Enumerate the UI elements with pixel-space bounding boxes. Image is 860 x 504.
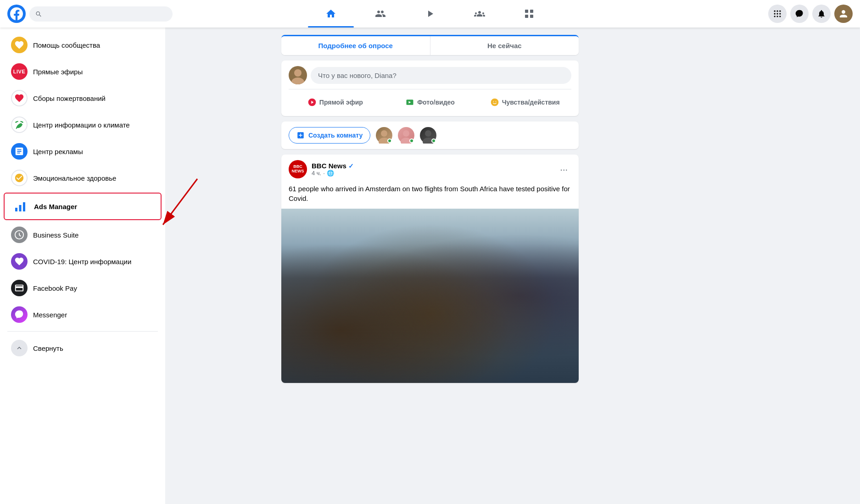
create-room-label: Создать комнату [308,132,363,139]
community-help-icon [11,37,28,53]
ad-center-icon [11,143,28,160]
watch-icon [424,8,436,19]
whats-on-mind-button[interactable]: Что у вас нового, Diana? [311,67,571,84]
nav-menu-button[interactable] [506,3,552,25]
sidebar-label-facebook-pay: Facebook Pay [33,284,77,292]
sidebar-item-climate[interactable]: Центр информации о климате [4,112,162,138]
sidebar-item-covid[interactable]: COVID-19: Центр информации [4,249,162,274]
search-input[interactable]: Поиск на Facebook [45,10,167,18]
live-video-button[interactable]: Прямой эфир [289,94,382,111]
menu-grid-icon [524,8,535,19]
sidebar-item-ads-manager[interactable]: Ads Manager [4,193,162,220]
sidebar-label-business-suite: Business Suite [33,231,78,239]
covid-icon [11,253,28,270]
sidebar-item-community-help[interactable]: Помощь сообщества [4,32,162,58]
user-avatar-icon [838,8,849,19]
svg-rect-2 [525,15,528,18]
svg-rect-1 [530,10,533,13]
account-circle-button[interactable] [834,5,853,23]
topnav-left: Поиск на Facebook [7,5,173,23]
sidebar-item-facebook-pay[interactable]: Facebook Pay [4,275,162,301]
svg-point-25 [381,130,387,137]
svg-point-27 [403,130,409,137]
main-layout: Помощь сообщества LIVE Прямые эфиры Сбор… [0,28,860,504]
nav-friends-button[interactable] [357,3,403,25]
svg-point-5 [776,11,778,12]
collapse-icon [11,340,28,356]
svg-point-11 [776,16,778,17]
svg-point-4 [774,11,776,12]
verified-badge: ✓ [348,162,354,170]
post-more-button[interactable]: ··· [556,162,571,177]
live-video-label: Прямой эфир [319,99,363,106]
svg-point-10 [774,16,776,17]
search-bar[interactable]: Поиск на Facebook [29,6,173,22]
sidebar-item-ad-center[interactable]: Центр рекламы [4,138,162,164]
right-panel [695,28,860,504]
svg-rect-3 [530,15,533,18]
sidebar-item-live[interactable]: LIVE Прямые эфиры [4,59,162,84]
nav-watch-button[interactable] [407,3,453,25]
emotional-icon [11,170,28,186]
svg-point-7 [774,13,776,14]
svg-point-9 [779,13,781,14]
svg-point-8 [776,13,778,14]
post-text: 61 people who arrived in Amsterdam on tw… [281,182,579,209]
post-composer: Что у вас нового, Diana? Прямой эфир Фот… [281,61,579,116]
notifications-circle-button[interactable] [812,5,831,23]
post-header: BBCNEWS BBC News ✓ 4 ч. · 🌐 ··· [281,155,579,182]
svg-point-24 [495,101,496,102]
svg-point-29 [425,130,431,137]
sidebar-label-fundraisers: Сборы пожертвований [33,94,106,102]
sidebar-label-live: Прямые эфиры [33,68,83,76]
sidebar-collapse-button[interactable]: Свернуть [4,335,162,361]
facebook-logo[interactable] [7,5,26,23]
composer-actions: Прямой эфир Фото/видео Чувства/действия [289,89,571,111]
sidebar-item-business-suite[interactable]: Business Suite [4,222,162,248]
menu-circle-button[interactable] [768,5,787,23]
svg-point-17 [294,69,302,77]
post-time: 4 ч. [312,170,321,177]
room-avatar-3[interactable] [420,127,436,144]
left-sidebar: Помощь сообщества LIVE Прямые эфиры Сбор… [0,28,165,504]
nav-home-button[interactable] [308,3,354,25]
messenger-circle-button[interactable] [790,5,809,23]
business-suite-icon [11,227,28,243]
sidebar-label-climate: Центр информации о климате [33,121,130,129]
sidebar-label-emotional: Эмоциональное здоровье [33,174,116,182]
svg-point-18 [291,78,304,84]
fundraiser-icon [11,90,28,106]
post-image [281,209,579,383]
nav-groups-button[interactable] [457,3,503,25]
live-video-icon [307,98,317,107]
feeling-label: Чувства/действия [502,99,560,106]
live-icon: LIVE [11,63,28,80]
sidebar-item-messenger[interactable]: Messenger [4,302,162,327]
composer-top: Что у вас нового, Diana? [289,66,571,84]
svg-point-22 [491,99,498,106]
groups-icon [474,8,485,19]
create-room-icon [296,131,305,139]
pay-icon [11,280,28,296]
top-navigation: Поиск на Facebook [0,0,860,28]
messenger-sidebar-icon [11,306,28,323]
svg-point-23 [493,101,494,102]
sidebar-label-covid: COVID-19: Центр информации [33,258,131,266]
bell-icon [817,9,826,18]
svg-rect-0 [525,10,528,13]
svg-rect-15 [23,202,25,211]
home-icon [325,8,336,19]
survey-detail-button[interactable]: Подробнее об опросе [281,36,430,55]
create-room-button[interactable]: Создать комнату [289,127,370,144]
room-avatar-2[interactable] [398,127,414,144]
feeling-button[interactable]: Чувства/действия [478,94,571,111]
survey-notnow-button[interactable]: Не сейчас [430,36,579,55]
rooms-card: Создать комнату [281,122,579,149]
bbc-news-avatar[interactable]: BBCNEWS [289,160,307,178]
post-crowd-image [281,209,579,383]
sidebar-item-fundraisers[interactable]: Сборы пожертвований [4,85,162,111]
sidebar-item-emotional[interactable]: Эмоциональное здоровье [4,165,162,191]
room-avatar-1[interactable] [376,127,392,144]
photo-video-button[interactable]: Фото/видео [384,94,477,111]
page-name-text: BBC News [312,162,346,170]
